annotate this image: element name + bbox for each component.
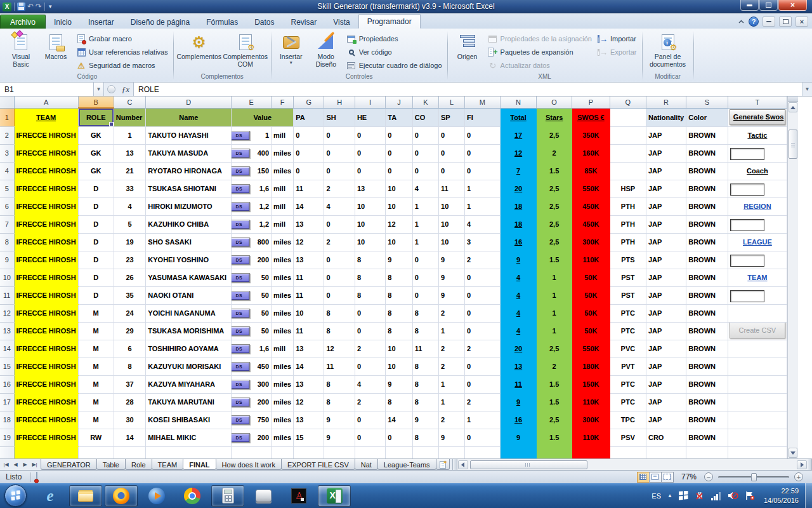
cell-C2[interactable]: 1 — [114, 126, 146, 144]
cell-R12[interactable]: JAP — [646, 304, 686, 322]
cell-M10[interactable]: 0 — [464, 269, 500, 286]
cell-L18[interactable]: 2 — [439, 411, 465, 429]
ds-button[interactable]: DS — [232, 344, 251, 354]
cell-F4[interactable]: miles — [272, 162, 294, 180]
record-macro-status-icon[interactable] — [36, 472, 45, 482]
row-header-3[interactable]: 3 — [0, 144, 14, 162]
cell-D1[interactable]: Name — [146, 108, 232, 126]
cell-E16[interactable]: DS300 — [232, 375, 272, 393]
cell-G10[interactable]: 11 — [294, 269, 324, 286]
cell-Q5[interactable]: HSP — [610, 180, 646, 197]
cell-C15[interactable]: 8 — [114, 358, 146, 375]
cell-B15[interactable]: M — [78, 358, 114, 375]
vertical-scrollbar[interactable] — [787, 97, 798, 458]
vertical-scroll-track[interactable] — [789, 113, 797, 447]
cell-Q4[interactable] — [610, 162, 646, 180]
cell-P4[interactable]: 85K — [572, 162, 610, 180]
cell-L8[interactable]: 10 — [439, 233, 465, 251]
col-header-D[interactable]: D — [146, 97, 232, 108]
cell-K6[interactable]: 1 — [412, 197, 438, 215]
cell-R14[interactable]: JAP — [646, 340, 686, 358]
cell-K2[interactable]: 0 — [412, 126, 438, 144]
sheet-tab-team[interactable]: TEAM — [152, 459, 184, 470]
cell-N4[interactable]: 7 — [500, 162, 537, 180]
panel-input-box[interactable] — [730, 255, 764, 267]
cell-M9[interactable]: 2 — [464, 251, 500, 269]
cell-S7[interactable]: BROWN — [686, 215, 728, 233]
cell-S4[interactable]: BROWN — [686, 162, 728, 180]
taskbar-internet-explorer[interactable] — [34, 485, 67, 507]
cell-K7[interactable]: 1 — [412, 215, 438, 233]
cell-L14[interactable]: 2 — [439, 340, 465, 358]
refresh-data-button[interactable]: ↻ Actualizar datos — [486, 59, 594, 72]
cell-A14[interactable]: IFRECCE HIROSH — [14, 340, 78, 358]
cell-Q6[interactable]: PTH — [610, 197, 646, 215]
cell-C9[interactable]: 23 — [114, 251, 146, 269]
resize-handle[interactable] — [808, 459, 812, 470]
ribbon-tab-programador[interactable]: Programador — [358, 14, 421, 29]
cell-G2[interactable]: 0 — [294, 126, 324, 144]
col-header-A[interactable]: A — [14, 97, 78, 108]
cell-B16[interactable]: M — [78, 375, 114, 393]
ds-button[interactable]: DS — [232, 166, 251, 176]
row-header-2[interactable]: 2 — [0, 126, 14, 144]
cell-K15[interactable]: 8 — [412, 358, 438, 375]
cell-M16[interactable]: 0 — [464, 375, 500, 393]
cell-J14[interactable]: 10 — [386, 340, 412, 358]
sheet-tab-role[interactable]: Role — [125, 459, 152, 470]
cell-H6[interactable]: 4 — [324, 197, 355, 215]
cell-Q15[interactable]: PVT — [610, 358, 646, 375]
expand-formula-bar-icon[interactable]: ▼ — [802, 83, 812, 96]
row-header-6[interactable]: 6 — [0, 197, 14, 215]
cell-B6[interactable]: D — [78, 197, 114, 215]
ribbon-tab-diseño-de-página[interactable]: Diseño de página — [122, 15, 198, 29]
page-break-view-button[interactable] — [661, 472, 674, 483]
cell-N18[interactable]: 16 — [500, 411, 537, 429]
cell-B17[interactable]: M — [78, 393, 114, 411]
cell-T12[interactable] — [728, 304, 787, 322]
cell-J7[interactable]: 12 — [386, 215, 412, 233]
cell-B14[interactable]: M — [78, 340, 114, 358]
cell-H9[interactable]: 0 — [324, 251, 355, 269]
cell-P16[interactable]: 150K — [572, 375, 610, 393]
cell-F3[interactable]: miles — [272, 144, 294, 162]
cell-H13[interactable]: 8 — [324, 322, 355, 340]
cell-I4[interactable]: 0 — [355, 162, 385, 180]
cell-B8[interactable]: D — [78, 233, 114, 251]
col-header-O[interactable]: O — [537, 97, 572, 108]
ds-button[interactable]: DS — [232, 362, 251, 371]
cell-H16[interactable]: 8 — [324, 375, 355, 393]
cell-J16[interactable]: 9 — [386, 375, 412, 393]
cell-P11[interactable]: 50K — [572, 286, 610, 304]
normal-view-button[interactable] — [637, 472, 650, 483]
cell-L19[interactable]: 9 — [439, 429, 465, 446]
workbook-minimize-button[interactable] — [763, 17, 775, 27]
cell-H15[interactable]: 11 — [324, 358, 355, 375]
cell-N7[interactable]: 18 — [500, 215, 537, 233]
cell-skill-header-HE[interactable]: HE — [355, 108, 385, 126]
cell-H2[interactable]: 0 — [324, 126, 355, 144]
cell-T5[interactable] — [728, 180, 787, 197]
col-header-C[interactable]: C — [114, 97, 146, 108]
cell-H7[interactable]: 0 — [324, 215, 355, 233]
cell-M6[interactable]: 1 — [464, 197, 500, 215]
cell-A11[interactable]: IFRECCE HIROSH — [14, 286, 78, 304]
cell-L16[interactable]: 1 — [439, 375, 465, 393]
cell-Q7[interactable]: PTH — [610, 215, 646, 233]
cell-S17[interactable]: BROWN — [686, 393, 728, 411]
close-button[interactable]: × — [778, 0, 807, 11]
ds-button[interactable]: DS — [232, 433, 251, 443]
cell-R16[interactable]: JAP — [646, 375, 686, 393]
row-header-4[interactable]: 4 — [0, 162, 14, 180]
row-header-18[interactable]: 18 — [0, 411, 14, 429]
cell-P14[interactable]: 550K — [572, 340, 610, 358]
cell-F10[interactable]: miles — [272, 269, 294, 286]
cell-S9[interactable]: BROWN — [686, 251, 728, 269]
cell-J17[interactable]: 8 — [386, 393, 412, 411]
cell-L13[interactable]: 1 — [439, 322, 465, 340]
cell-A12[interactable]: IFRECCE HIROSH — [14, 304, 78, 322]
cell-E18[interactable]: DS750 — [232, 411, 272, 429]
record-macro-button[interactable]: Grabar macro — [74, 32, 170, 45]
cell-C5[interactable]: 33 — [114, 180, 146, 197]
cell-B2[interactable]: GK — [78, 126, 114, 144]
